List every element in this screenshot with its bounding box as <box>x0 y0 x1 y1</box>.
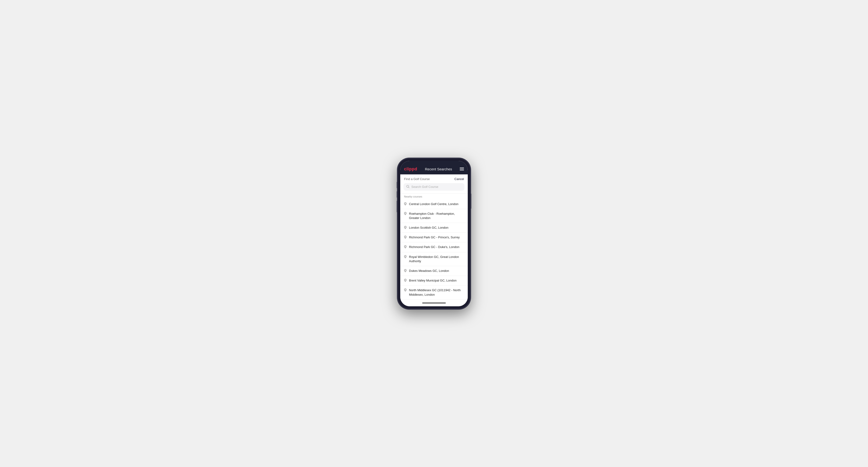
list-item[interactable]: London Scottish GC, London <box>400 223 468 233</box>
phone-screen: clippd Recent Searches Find a Golf Cours… <box>400 161 468 306</box>
location-pin-icon <box>404 288 407 292</box>
search-icon <box>406 185 409 189</box>
search-input[interactable] <box>411 185 462 189</box>
list-item[interactable]: Brent Valley Municipal GC, London <box>400 276 468 285</box>
volume-down-button[interactable] <box>397 200 397 212</box>
volume-up-button[interactable] <box>397 191 397 198</box>
status-bar <box>400 161 468 164</box>
app-header: clippd Recent Searches <box>400 164 468 175</box>
mute-button[interactable] <box>397 182 397 188</box>
list-item[interactable]: Central London Golf Centre, London <box>400 199 468 209</box>
location-pin-icon <box>404 269 407 273</box>
find-header: Find a Golf Course Cancel <box>400 175 468 183</box>
location-pin-icon <box>404 255 407 259</box>
svg-line-1 <box>408 187 409 188</box>
search-container <box>400 183 468 193</box>
nearby-section-label: Nearby courses <box>400 193 468 199</box>
menu-icon <box>460 167 464 168</box>
course-name: Richmond Park GC - Duke's, London <box>409 245 464 249</box>
home-bar[interactable] <box>422 303 446 304</box>
search-bar <box>404 183 464 191</box>
course-name: Roehampton Club - Roehampton, Greater Lo… <box>409 212 464 220</box>
list-item[interactable]: Dukes Meadows GC, London <box>400 266 468 276</box>
header-title: Recent Searches <box>425 167 452 171</box>
main-content: Find a Golf Course Cancel Nearby courses <box>400 175 468 300</box>
list-item[interactable]: Royal Wimbledon GC, Great London Authori… <box>400 252 468 266</box>
list-item[interactable]: Richmond Park GC - Duke's, London <box>400 242 468 252</box>
course-name: Brent Valley Municipal GC, London <box>409 278 464 283</box>
location-pin-icon <box>404 212 407 216</box>
location-pin-icon <box>404 202 407 206</box>
location-pin-icon <box>404 226 407 230</box>
course-name: Royal Wimbledon GC, Great London Authori… <box>409 255 464 263</box>
location-pin-icon <box>404 245 407 249</box>
app-logo: clippd <box>404 166 417 172</box>
list-item[interactable]: Roehampton Club - Roehampton, Greater Lo… <box>400 209 468 223</box>
course-name: North Middlesex GC (1011942 - North Midd… <box>409 288 464 297</box>
course-list: Central London Golf Centre, London Roeha… <box>400 199 468 300</box>
course-name: Richmond Park GC - Prince's, Surrey <box>409 235 464 240</box>
course-name: Dukes Meadows GC, London <box>409 269 464 273</box>
power-button[interactable] <box>471 193 471 209</box>
list-item[interactable]: North Middlesex GC (1011942 - North Midd… <box>400 285 468 300</box>
location-pin-icon <box>404 279 407 283</box>
find-label: Find a Golf Course <box>404 177 430 181</box>
cancel-button[interactable]: Cancel <box>455 177 464 181</box>
home-indicator <box>400 300 468 306</box>
menu-icon <box>460 170 464 170</box>
phone-device: clippd Recent Searches Find a Golf Cours… <box>397 158 471 309</box>
list-item[interactable]: Richmond Park GC - Prince's, Surrey <box>400 233 468 242</box>
location-pin-icon <box>404 236 407 240</box>
menu-icon <box>460 169 464 169</box>
menu-button[interactable] <box>460 167 464 170</box>
course-name: London Scottish GC, London <box>409 226 464 230</box>
course-name: Central London Golf Centre, London <box>409 202 464 206</box>
